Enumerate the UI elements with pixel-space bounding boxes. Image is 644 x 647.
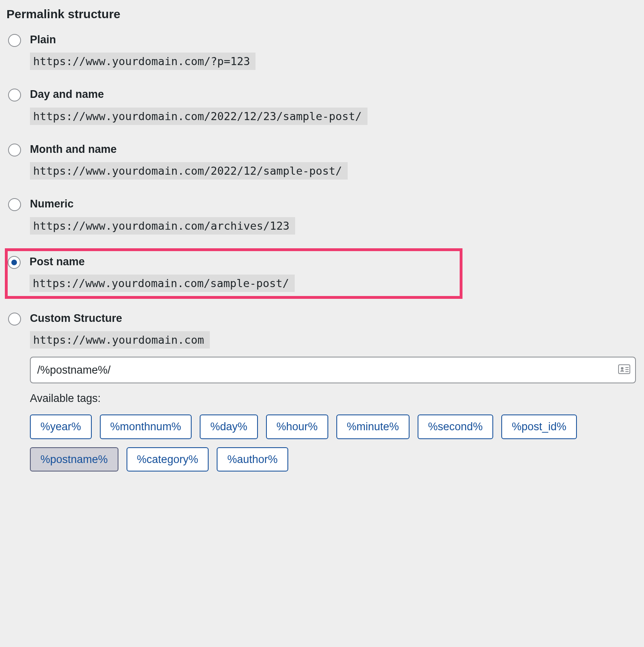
option-label: Month and name — [30, 143, 636, 156]
custom-structure-area: Available tags:%year%%monthnum%%day%%hou… — [30, 357, 636, 472]
permalink-option-plain: Plainhttps://www.yourdomain.com/?p=123 — [6, 31, 638, 73]
tag-button[interactable]: %day% — [200, 414, 258, 439]
radio-custom[interactable] — [8, 313, 21, 326]
option-label: Day and name — [30, 88, 636, 101]
radio-post-name[interactable] — [8, 256, 21, 269]
available-tags-label: Available tags: — [30, 392, 636, 405]
option-label: Plain — [30, 33, 636, 46]
custom-input-wrap — [30, 357, 636, 383]
tag-button[interactable]: %category% — [127, 447, 209, 472]
option-example: https://www.yourdomain.com/?p=123 — [30, 53, 255, 70]
radio-numeric[interactable] — [8, 198, 21, 211]
option-body: Numerichttps://www.yourdomain.com/archiv… — [30, 197, 636, 234]
option-body: Plainhttps://www.yourdomain.com/?p=123 — [30, 33, 636, 70]
option-example: https://www.yourdomain.com/archives/123 — [30, 217, 295, 235]
radio-day-name[interactable] — [8, 89, 21, 101]
permalink-options-list: Plainhttps://www.yourdomain.com/?p=123Da… — [6, 31, 638, 475]
tag-button[interactable]: %author% — [217, 447, 288, 472]
svg-point-1 — [621, 367, 623, 370]
option-body: Day and namehttps://www.yourdomain.com/2… — [30, 88, 636, 125]
option-body: Month and namehttps://www.yourdomain.com… — [30, 143, 636, 180]
tag-button[interactable]: %hour% — [266, 414, 328, 439]
permalink-option-month-name: Month and namehttps://www.yourdomain.com… — [6, 140, 638, 183]
radio-plain[interactable] — [8, 34, 21, 47]
custom-structure-input[interactable] — [30, 357, 636, 383]
permalink-option-day-name: Day and namehttps://www.yourdomain.com/2… — [6, 85, 638, 128]
option-example: https://www.yourdomain.com/2022/12/sampl… — [30, 162, 348, 180]
permalink-option-custom: Custom Structurehttps://www.yourdomain.c… — [6, 309, 638, 475]
tag-button[interactable]: %postname% — [30, 447, 118, 472]
option-body: Post namehttps://www.yourdomain.com/samp… — [30, 255, 460, 292]
tag-button[interactable]: %year% — [30, 414, 92, 439]
option-label: Post name — [30, 255, 460, 268]
option-example: https://www.yourdomain.com/2022/12/23/sa… — [30, 108, 367, 125]
tag-button[interactable]: %post_id% — [501, 414, 577, 439]
option-body: Custom Structurehttps://www.yourdomain.c… — [30, 312, 636, 472]
option-example: https://www.yourdomain.com/sample-post/ — [30, 275, 295, 292]
permalink-option-numeric: Numerichttps://www.yourdomain.com/archiv… — [6, 195, 638, 237]
available-tags: %year%%monthnum%%day%%hour%%minute%%seco… — [30, 414, 636, 472]
tag-button[interactable]: %second% — [418, 414, 493, 439]
option-example: https://www.yourdomain.com — [30, 331, 210, 349]
tag-button[interactable]: %monthnum% — [100, 414, 192, 439]
contact-card-icon — [618, 364, 630, 376]
option-label: Numeric — [30, 197, 636, 210]
permalink-option-post-name: Post namehttps://www.yourdomain.com/samp… — [5, 248, 462, 299]
radio-month-name[interactable] — [8, 144, 21, 156]
tag-button[interactable]: %minute% — [336, 414, 410, 439]
section-title: Permalink structure — [6, 7, 638, 21]
option-label: Custom Structure — [30, 312, 636, 325]
